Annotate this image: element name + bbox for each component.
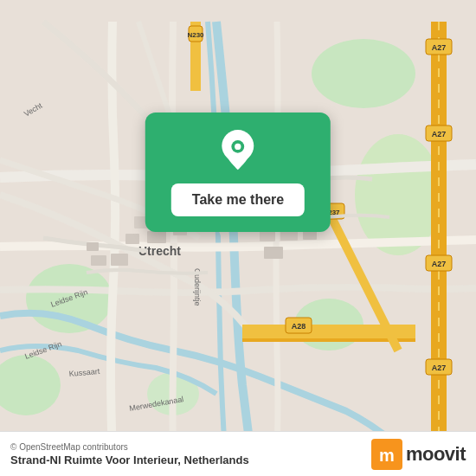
svg-point-48 [235, 144, 241, 150]
svg-text:m: m [379, 446, 395, 465]
map-container: A27 A27 A27 A27 A28 N230 N237 Leidse Rij… [0, 0, 476, 476]
bottom-bar: © OpenStreetMap contributors Strand-Nl R… [0, 431, 476, 476]
take-me-there-button[interactable]: Take me there [171, 183, 305, 216]
bottom-left-info: © OpenStreetMap contributors Strand-Nl R… [10, 442, 249, 466]
svg-rect-45 [264, 247, 283, 259]
moovit-logo: m moovit [371, 439, 466, 470]
svg-rect-36 [125, 234, 139, 244]
svg-text:A28: A28 [292, 322, 306, 331]
svg-rect-37 [147, 231, 166, 243]
location-name: Strand-Nl Ruimte Voor Interieur, Netherl… [10, 453, 249, 466]
svg-rect-39 [91, 255, 106, 266]
svg-rect-40 [111, 254, 128, 266]
moovit-brand-name: moovit [406, 443, 466, 466]
moovit-logo-icon: m [371, 439, 402, 470]
svg-text:A27: A27 [432, 130, 447, 138]
popup-card: Take me there [145, 113, 331, 232]
svg-text:N230: N230 [187, 31, 204, 39]
svg-point-1 [312, 39, 415, 108]
location-pin-icon [217, 130, 259, 171]
svg-text:A27: A27 [432, 260, 447, 268]
copyright-text: © OpenStreetMap contributors [10, 442, 249, 452]
svg-text:A27: A27 [432, 363, 447, 372]
svg-text:A27: A27 [432, 43, 447, 52]
svg-rect-41 [87, 242, 99, 251]
